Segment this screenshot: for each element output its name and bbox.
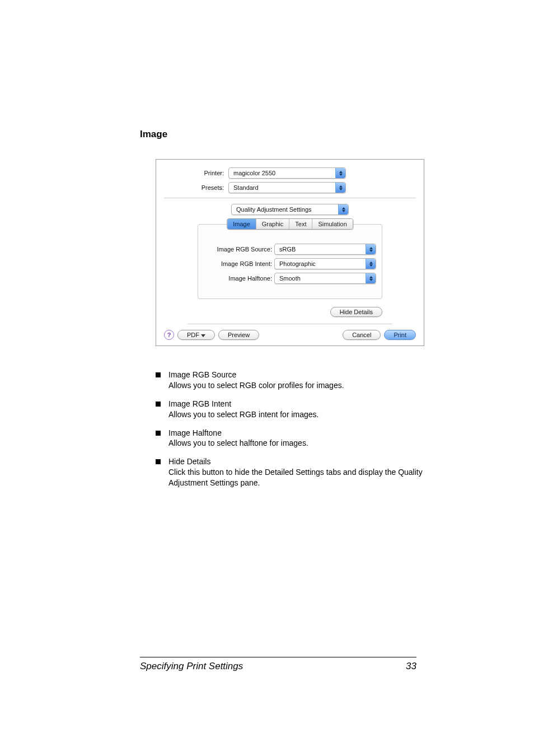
list-item: Hide Details Click this button to hide t… xyxy=(156,456,430,488)
print-button[interactable]: Print xyxy=(384,330,416,340)
halftone-value: Smooth xyxy=(275,273,313,283)
presets-row: Presets: Standard xyxy=(164,182,416,193)
bullet-body: Allows you to select RGB intent for imag… xyxy=(168,410,318,419)
dialog-footer: ? PDF Preview Cancel Print xyxy=(164,330,416,340)
dropdown-arrows-icon xyxy=(366,273,376,283)
printer-label: Printer: xyxy=(164,170,228,176)
rgb-intent-value: Photographic xyxy=(275,259,328,269)
pdf-label: PDF xyxy=(187,332,199,338)
list-item: Image RGB Intent Allows you to select RG… xyxy=(156,399,430,420)
halftone-label: Image Halftone: xyxy=(204,275,274,282)
help-button[interactable]: ? xyxy=(164,330,174,340)
separator xyxy=(188,324,392,324)
page-footer: Specifying Print Settings 33 xyxy=(140,657,416,672)
rgb-intent-label: Image RGB Intent: xyxy=(204,260,274,267)
rgb-source-value: sRGB xyxy=(275,244,308,254)
triangle-down-icon xyxy=(201,334,205,337)
list-item: Image RGB Source Allows you to select RG… xyxy=(156,370,430,391)
preview-button[interactable]: Preview xyxy=(218,330,259,340)
halftone-row: Image Halftone: Smooth xyxy=(204,273,376,284)
rgb-intent-row: Image RGB Intent: Photographic xyxy=(204,258,376,269)
bullet-text: Image RGB Intent Allows you to select RG… xyxy=(168,399,318,420)
section-title: Image xyxy=(140,129,416,140)
tab-text[interactable]: Text xyxy=(289,219,312,229)
pane-select[interactable]: Quality Adjustment Settings xyxy=(231,204,349,215)
tab-simulation[interactable]: Simulation xyxy=(312,219,352,229)
halftone-select[interactable]: Smooth xyxy=(274,273,376,284)
printer-row: Printer: magicolor 2550 xyxy=(164,167,416,179)
rgb-intent-select[interactable]: Photographic xyxy=(274,258,376,269)
dropdown-arrows-icon xyxy=(335,168,345,178)
pane-row: Quality Adjustment Settings xyxy=(164,204,416,215)
presets-value: Standard xyxy=(229,183,271,193)
bullet-body: Click this button to hide the Detailed S… xyxy=(168,468,423,487)
footer-title: Specifying Print Settings xyxy=(140,661,243,672)
rgb-source-label: Image RGB Source: xyxy=(204,246,274,253)
bullet-head: Image RGB Intent xyxy=(168,399,318,409)
presets-select[interactable]: Standard xyxy=(228,182,346,193)
bullet-square-icon xyxy=(156,459,161,464)
settings-panel: Image Graphic Text Simulation Image RGB … xyxy=(198,224,382,299)
cancel-button[interactable]: Cancel xyxy=(343,330,381,340)
hide-details-row: Hide Details xyxy=(164,304,416,319)
dropdown-arrows-icon xyxy=(338,204,348,214)
hide-details-button[interactable]: Hide Details xyxy=(330,307,382,317)
bullet-text: Hide Details Click this button to hide t… xyxy=(168,456,430,488)
bullet-head: Image Halftone xyxy=(168,428,308,438)
separator xyxy=(164,198,416,198)
bullet-square-icon xyxy=(156,431,161,436)
bullet-head: Image RGB Source xyxy=(168,370,344,380)
dropdown-arrows-icon xyxy=(366,244,376,254)
bullet-square-icon xyxy=(156,402,161,407)
rgb-source-row: Image RGB Source: sRGB xyxy=(204,244,376,255)
bullet-text: Image RGB Source Allows you to select RG… xyxy=(168,370,344,391)
print-dialog: Printer: magicolor 2550 Presets: Standar… xyxy=(156,159,424,346)
bullet-square-icon xyxy=(156,372,161,377)
presets-label: Presets: xyxy=(164,184,228,191)
tab-image[interactable]: Image xyxy=(227,219,256,229)
printer-select[interactable]: magicolor 2550 xyxy=(228,167,346,179)
dropdown-arrows-icon xyxy=(366,259,376,269)
bullet-body: Allows you to select halftone for images… xyxy=(168,438,308,447)
bullet-list: Image RGB Source Allows you to select RG… xyxy=(156,370,430,488)
bullet-body: Allows you to select RGB color profiles … xyxy=(168,381,344,390)
tab-graphic[interactable]: Graphic xyxy=(256,219,290,229)
pdf-button[interactable]: PDF xyxy=(177,330,215,340)
bullet-head: Hide Details xyxy=(168,456,430,467)
bullet-text: Image Halftone Allows you to select half… xyxy=(168,428,308,449)
printer-value: magicolor 2550 xyxy=(229,168,288,178)
page-number: 33 xyxy=(406,661,416,672)
list-item: Image Halftone Allows you to select half… xyxy=(156,428,430,449)
tab-bar: Image Graphic Text Simulation xyxy=(227,218,353,230)
dropdown-arrows-icon xyxy=(335,183,345,193)
rgb-source-select[interactable]: sRGB xyxy=(274,244,376,255)
pane-value: Quality Adjustment Settings xyxy=(232,204,324,214)
